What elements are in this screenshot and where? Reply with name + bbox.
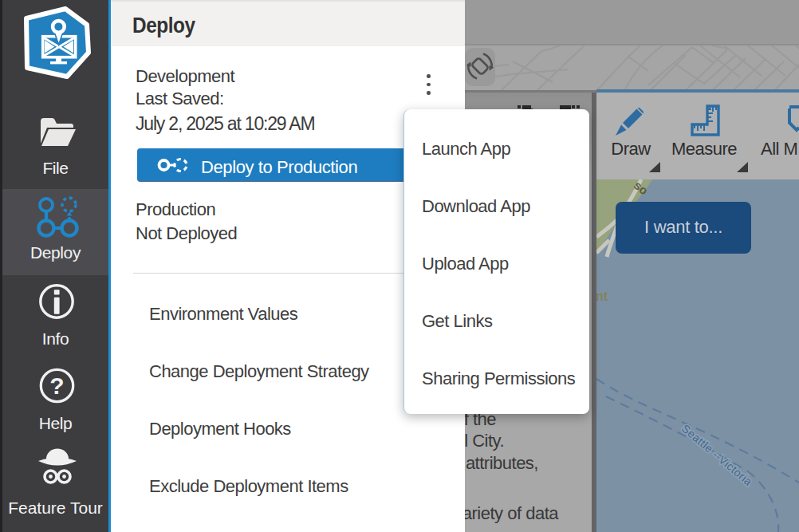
svg-text:?: ? — [49, 372, 64, 399]
svg-text:nt: nt — [596, 290, 608, 303]
